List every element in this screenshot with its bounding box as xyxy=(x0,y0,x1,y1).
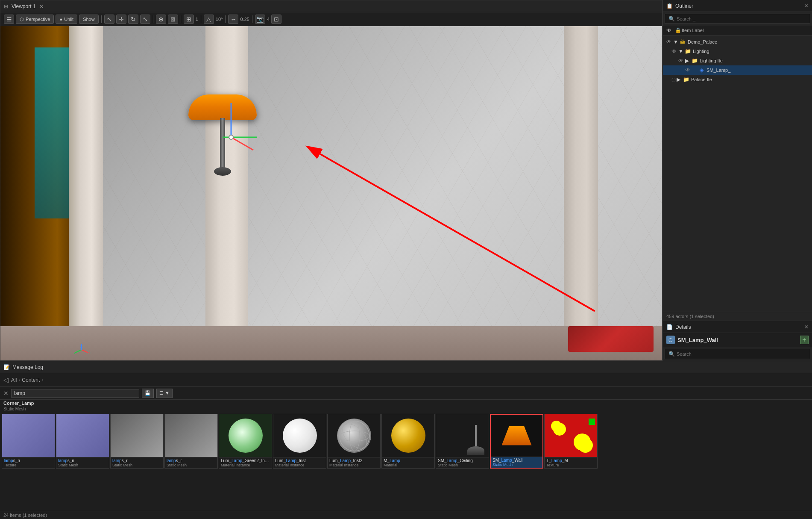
outliner-tab: 📋 Outliner ✕ xyxy=(663,0,812,12)
cb-status: 24 items (1 selected) xyxy=(0,511,812,519)
cb-back-button[interactable]: ◁ xyxy=(3,376,9,384)
details-search-bar[interactable]: 🔍 xyxy=(665,349,810,359)
show-button[interactable]: Show xyxy=(79,15,99,24)
lighting-icon: ● xyxy=(59,17,62,22)
message-log-icon: 📝 xyxy=(3,364,10,370)
eye-hidden-icon: ◌ xyxy=(671,77,676,83)
info-lum-lamp-green: Lum_Lamp_Green2_Inst3 Material Instance xyxy=(219,457,272,468)
cb-item-sm-lamp-ceiling[interactable]: SM_Lamp_Ceiling Static Mesh xyxy=(436,414,489,469)
thumb-lum-lamp-inst2 xyxy=(328,414,380,457)
angle-snap[interactable]: △ xyxy=(204,15,214,24)
lamp-base xyxy=(214,167,231,176)
outliner-tree: 👁 ▼ 🏔 Demo_Palace 👁 ▼ 📁 Lighting xyxy=(663,35,812,312)
cb-save-button[interactable]: 💾 xyxy=(142,389,154,398)
expand-arrow-lighting: ▼ xyxy=(678,48,684,54)
viewport-toolbar: ☰ ⬡ Perspective ● Unlit Show ↖ ✛ ↻ ⤡ ⊕ ⊠ xyxy=(0,12,662,26)
grid-view[interactable]: ⊞ xyxy=(184,15,194,24)
thumb-sphere-gold xyxy=(391,419,425,453)
type-lamps-n-1: Texture xyxy=(4,463,53,467)
toolbar-separator-2 xyxy=(153,15,153,23)
details-search-icon: 🔍 xyxy=(668,351,675,357)
actor-type-icon: ⬡ xyxy=(666,336,675,344)
svg-line-3 xyxy=(75,350,82,353)
tree-item-sm-lamp[interactable]: 👁 ◈ SM_Lamp_ xyxy=(663,65,812,75)
pattern-square xyxy=(589,419,595,425)
breadcrumb-all[interactable]: All xyxy=(11,377,17,383)
tree-item-palace-ite[interactable]: ◌ ▶ 📁 Palace Ite xyxy=(663,75,812,84)
type-lum-lamp-green: Material Instance xyxy=(221,463,270,467)
cb-item-lamps-n-1[interactable]: lamps_n Texture xyxy=(2,414,55,469)
eye-icon-lighting: 👁 xyxy=(671,48,677,54)
grid-number: 1 xyxy=(196,17,198,22)
tree-item-lighting[interactable]: 👁 ▼ 📁 Lighting xyxy=(663,47,812,56)
type-m-lamp: Material xyxy=(384,463,433,467)
outliner-search-bar[interactable]: 🔍 xyxy=(665,14,810,24)
expand-arrow-palace: ▶ xyxy=(677,77,683,83)
details-panel: 📄 Details ✕ ⬡ SM_Lamp_Wall + 🔍 xyxy=(662,321,812,361)
menu-button[interactable]: ☰ xyxy=(4,15,14,24)
cb-item-lum-lamp-inst[interactable]: Lum_Lamp_Inst Material Instance xyxy=(273,414,326,469)
info-sm-lamp-wall: SM_Lamp_Wall Static Mesh xyxy=(491,457,542,468)
cb-item-lamps-r-1[interactable]: lamps_r Static Mesh xyxy=(110,414,164,469)
scale-tool[interactable]: ⤡ xyxy=(140,15,150,24)
cb-toolbar: ◁ All › Content › xyxy=(0,373,812,387)
outliner-close[interactable]: ✕ xyxy=(804,3,809,9)
actor-count: 459 actors (1 selected) xyxy=(663,312,812,321)
cb-item-lamps-n-2[interactable]: lamps_n Static Mesh xyxy=(56,414,109,469)
details-close[interactable]: ✕ xyxy=(804,324,809,330)
perspective-button[interactable]: ⬡ Perspective xyxy=(16,15,54,24)
tree-item-demo-palace[interactable]: 👁 ▼ 🏔 Demo_Palace xyxy=(663,37,812,47)
expand-arrow: ▼ xyxy=(673,39,679,45)
folder-icon-lighting: 📁 xyxy=(684,48,691,55)
maximize-viewport[interactable]: ⊡ xyxy=(271,15,281,24)
rotate-tool[interactable]: ↻ xyxy=(128,15,138,24)
select-tool[interactable]: ↖ xyxy=(104,15,114,24)
cb-item-m-lamp[interactable]: M_Lamp Material xyxy=(381,414,435,469)
viewport-tab-close[interactable]: ✕ xyxy=(39,3,44,10)
outliner-panel: 📋 Outliner ✕ 🔍 👁 🔒 Item Label xyxy=(662,0,812,321)
info-lamps-r-1: lamps_r Static Mesh xyxy=(111,457,163,468)
viewport-tab: ⊞ Viewport 1 ✕ xyxy=(0,0,662,12)
name-lamps-r-1: lamps_r xyxy=(112,458,161,463)
cb-item-lum-lamp-green[interactable]: Lum_Lamp_Green2_Inst3 Material Instance xyxy=(219,414,272,469)
thumb-sphere-light xyxy=(229,419,263,453)
pattern-circle-2 xyxy=(578,438,593,453)
surface-snapping[interactable]: ⊠ xyxy=(168,15,178,24)
name-sm-lamp-ceiling: SM_Lamp_Ceiling xyxy=(438,458,487,463)
viewport[interactable]: ⊞ Viewport 1 ✕ ☰ ⬡ Perspective ● Unlit S… xyxy=(0,0,662,361)
outliner-column-header: 👁 🔒 Item Label xyxy=(663,26,812,35)
thumb-lamps-r-1 xyxy=(111,414,163,457)
cb-item-t-lamp-m[interactable]: T_Lamp_M Texture xyxy=(544,414,598,469)
gizmo-y-axis xyxy=(231,103,232,137)
info-sm-lamp-ceiling: SM_Lamp_Ceiling Static Mesh xyxy=(436,457,489,468)
details-icon: 📄 xyxy=(666,324,673,330)
cb-item-lum-lamp-inst2[interactable]: Lum_Lamp_Inst2 Material Instance xyxy=(327,414,381,469)
type-lum-lamp-inst2: Material Instance xyxy=(329,463,378,467)
details-add-button[interactable]: + xyxy=(800,336,809,344)
item-label-header: Item Label xyxy=(682,28,704,33)
details-search-input[interactable] xyxy=(677,351,806,357)
outliner-search-input[interactable] xyxy=(677,16,806,21)
toolbar-separator-1 xyxy=(101,15,102,23)
tree-item-lighting-ite[interactable]: 👁 ▶ 📁 Lighting Ite xyxy=(663,56,812,65)
gizmo-center xyxy=(229,135,234,140)
world-local-toggle[interactable]: ⊕ xyxy=(156,15,166,24)
info-lamps-n-2: lamps_n Static Mesh xyxy=(56,457,109,468)
viewport-icon: ⊞ xyxy=(4,3,8,9)
move-tool[interactable]: ✛ xyxy=(116,15,126,24)
viewport-canvas[interactable]: X Y Z xyxy=(0,26,662,360)
breadcrumb-content[interactable]: Content xyxy=(22,377,40,383)
cb-item-lamps-r-2[interactable]: lamps_r Static Mesh xyxy=(164,414,218,469)
scale-snap[interactable]: ↔ xyxy=(228,15,238,24)
lighting-button[interactable]: ● Unlit xyxy=(56,15,77,24)
lamp-ceiling-shade xyxy=(467,446,484,455)
camera-button[interactable]: 📷 xyxy=(255,15,265,24)
cb-filter-button[interactable]: ☰ ▼ xyxy=(156,389,173,398)
cb-clear-search[interactable]: ✕ xyxy=(3,390,9,397)
thumb-sphere-mesh xyxy=(337,419,371,453)
cb-item-sm-lamp-wall[interactable]: SM_Lamp_Wall Static Mesh xyxy=(490,414,543,469)
outliner-icon: 📋 xyxy=(666,3,673,9)
cb-search-input[interactable] xyxy=(11,389,139,398)
svg-text:Y: Y xyxy=(73,351,76,355)
name-lum-lamp-green: Lum_Lamp_Green2_Inst3 xyxy=(221,458,270,463)
